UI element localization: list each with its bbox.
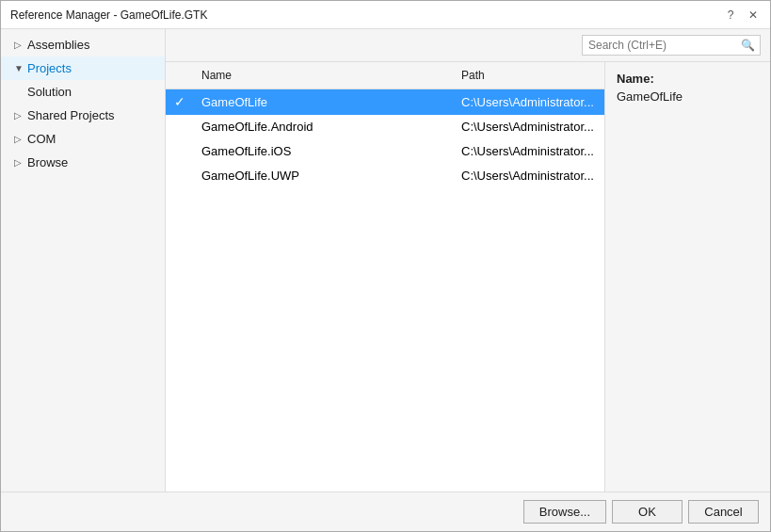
table-row[interactable]: GameOfLife.Android C:\Users\Administrato… — [166, 115, 604, 139]
row-check — [166, 150, 194, 153]
main-content: ▷ Assemblies ▼ Projects Solution ▷ Share… — [1, 29, 770, 492]
table-row[interactable]: ✓ GameOfLife C:\Users\Administrator... — [166, 89, 604, 115]
row-name: GameOfLife.Android — [194, 118, 454, 136]
cancel-button[interactable]: Cancel — [688, 500, 759, 524]
table-header: Name Path — [166, 62, 604, 89]
right-panel: 🔍 Name Path ✓ GameOfLife — [166, 29, 770, 492]
row-path: C:\Users\Administrator... — [454, 93, 604, 111]
row-check: ✓ — [166, 92, 194, 111]
projects-label: Projects — [27, 61, 72, 75]
row-check — [166, 125, 194, 129]
table-row[interactable]: GameOfLife.iOS C:\Users\Administrator... — [166, 139, 604, 164]
header-name: Name — [194, 66, 454, 85]
browse-label: Browse — [27, 155, 68, 169]
row-path: C:\Users\Administrator... — [454, 118, 604, 136]
table-area: Name Path ✓ GameOfLife C:\Users\Administ… — [166, 62, 605, 492]
table-row[interactable]: GameOfLife.UWP C:\Users\Administrator... — [166, 164, 604, 188]
com-label: COM — [27, 132, 56, 146]
details-name-value: GameOfLife — [617, 89, 759, 104]
table-body: ✓ GameOfLife C:\Users\Administrator... G… — [166, 89, 604, 188]
dialog-title: Reference Manager - GameOfLife.GTK — [10, 8, 207, 22]
sidebar-item-browse[interactable]: ▷ Browse — [1, 151, 165, 174]
sidebar-item-com[interactable]: ▷ COM — [1, 127, 165, 151]
row-name: GameOfLife.UWP — [194, 167, 454, 185]
dialog-window: Reference Manager - GameOfLife.GTK ? ✕ ▷… — [0, 0, 771, 532]
row-check — [166, 174, 194, 178]
help-button[interactable]: ? — [723, 8, 738, 22]
search-input-wrapper[interactable]: 🔍 — [582, 35, 761, 56]
details-panel: Name: GameOfLife — [605, 62, 770, 492]
row-name: GameOfLife — [194, 93, 454, 111]
search-bar: 🔍 — [166, 29, 770, 62]
close-button[interactable]: ✕ — [746, 8, 761, 22]
solution-label: Solution — [27, 85, 72, 99]
sidebar-item-assemblies[interactable]: ▷ Assemblies — [1, 33, 165, 56]
header-check — [166, 66, 194, 85]
title-bar: Reference Manager - GameOfLife.GTK ? ✕ — [1, 1, 770, 29]
details-name-label: Name: — [617, 72, 759, 86]
search-input[interactable] — [583, 36, 736, 55]
header-path: Path — [454, 66, 604, 85]
shared-projects-arrow: ▷ — [14, 110, 24, 121]
assemblies-label: Assemblies — [27, 38, 89, 52]
row-name: GameOfLife.iOS — [194, 142, 454, 160]
title-bar-controls: ? ✕ — [723, 8, 761, 22]
browse-arrow: ▷ — [14, 157, 24, 168]
browse-button[interactable]: Browse... — [523, 500, 606, 524]
content-area: Name Path ✓ GameOfLife C:\Users\Administ… — [166, 62, 770, 492]
assemblies-arrow: ▷ — [14, 40, 24, 50]
ok-button[interactable]: OK — [612, 500, 683, 524]
projects-arrow: ▼ — [14, 63, 24, 73]
footer: Browse... OK Cancel — [1, 492, 770, 531]
row-path: C:\Users\Administrator... — [454, 167, 604, 185]
shared-projects-label: Shared Projects — [27, 108, 115, 122]
sidebar: ▷ Assemblies ▼ Projects Solution ▷ Share… — [1, 29, 166, 492]
sidebar-item-shared-projects[interactable]: ▷ Shared Projects — [1, 104, 165, 127]
row-path: C:\Users\Administrator... — [454, 142, 604, 160]
sidebar-item-solution[interactable]: Solution — [1, 80, 165, 104]
com-arrow: ▷ — [14, 134, 24, 144]
sidebar-item-projects[interactable]: ▼ Projects — [1, 56, 165, 80]
checkmark-icon: ✓ — [174, 94, 185, 109]
search-icon: 🔍 — [736, 36, 760, 55]
